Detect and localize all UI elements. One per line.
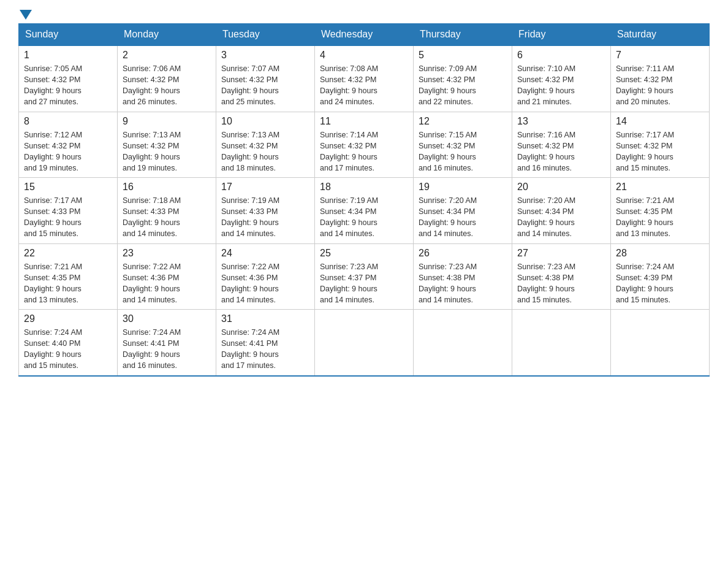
day-number: 29 [24, 313, 112, 324]
calendar-header-friday: Friday [512, 24, 611, 46]
day-info: Sunrise: 7:24 AMSunset: 4:40 PMDaylight:… [24, 327, 112, 372]
calendar-header-row: SundayMondayTuesdayWednesdayThursdayFrid… [19, 24, 710, 46]
day-number: 23 [123, 248, 211, 259]
day-info: Sunrise: 7:08 AMSunset: 4:32 PMDaylight:… [320, 63, 408, 108]
day-info: Sunrise: 7:23 AMSunset: 4:38 PMDaylight:… [419, 261, 507, 306]
day-info: Sunrise: 7:09 AMSunset: 4:32 PMDaylight:… [419, 63, 507, 108]
day-number: 3 [221, 50, 309, 61]
day-info: Sunrise: 7:18 AMSunset: 4:33 PMDaylight:… [123, 195, 211, 240]
day-number: 2 [123, 50, 211, 61]
day-info: Sunrise: 7:15 AMSunset: 4:32 PMDaylight:… [419, 129, 507, 174]
calendar-cell [611, 310, 710, 376]
day-info: Sunrise: 7:22 AMSunset: 4:36 PMDaylight:… [123, 261, 211, 306]
calendar-cell: 20Sunrise: 7:20 AMSunset: 4:34 PMDayligh… [512, 178, 611, 244]
calendar-cell: 13Sunrise: 7:16 AMSunset: 4:32 PMDayligh… [512, 112, 611, 178]
day-info: Sunrise: 7:12 AMSunset: 4:32 PMDaylight:… [24, 129, 112, 174]
day-info: Sunrise: 7:23 AMSunset: 4:37 PMDaylight:… [320, 261, 408, 306]
day-number: 13 [517, 116, 605, 127]
day-info: Sunrise: 7:20 AMSunset: 4:34 PMDaylight:… [517, 195, 605, 240]
calendar-cell: 17Sunrise: 7:19 AMSunset: 4:33 PMDayligh… [216, 178, 315, 244]
calendar-cell: 28Sunrise: 7:24 AMSunset: 4:39 PMDayligh… [611, 243, 710, 310]
calendar-cell [414, 310, 512, 376]
calendar-header-saturday: Saturday [611, 24, 710, 46]
day-info: Sunrise: 7:14 AMSunset: 4:32 PMDaylight:… [320, 129, 408, 174]
logo-triangle-icon [20, 10, 32, 20]
calendar-cell: 5Sunrise: 7:09 AMSunset: 4:32 PMDaylight… [414, 45, 512, 112]
day-info: Sunrise: 7:16 AMSunset: 4:32 PMDaylight:… [517, 129, 605, 174]
day-number: 22 [24, 248, 112, 259]
calendar-cell: 16Sunrise: 7:18 AMSunset: 4:33 PMDayligh… [118, 178, 216, 244]
day-number: 24 [221, 248, 309, 259]
day-number: 16 [123, 182, 211, 193]
calendar-cell: 27Sunrise: 7:23 AMSunset: 4:38 PMDayligh… [512, 243, 611, 310]
calendar-week-row: 29Sunrise: 7:24 AMSunset: 4:40 PMDayligh… [19, 310, 710, 376]
calendar-cell: 11Sunrise: 7:14 AMSunset: 4:32 PMDayligh… [315, 112, 414, 178]
calendar-header-thursday: Thursday [414, 24, 512, 46]
day-info: Sunrise: 7:10 AMSunset: 4:32 PMDaylight:… [517, 63, 605, 108]
day-number: 25 [320, 248, 408, 259]
day-info: Sunrise: 7:06 AMSunset: 4:32 PMDaylight:… [123, 63, 211, 108]
calendar-cell: 29Sunrise: 7:24 AMSunset: 4:40 PMDayligh… [19, 310, 118, 376]
calendar-week-row: 1Sunrise: 7:05 AMSunset: 4:32 PMDaylight… [19, 45, 710, 112]
calendar-week-row: 8Sunrise: 7:12 AMSunset: 4:32 PMDaylight… [19, 112, 710, 178]
day-info: Sunrise: 7:05 AMSunset: 4:32 PMDaylight:… [24, 63, 112, 108]
calendar-cell [315, 310, 414, 376]
day-number: 14 [616, 116, 704, 127]
calendar-week-row: 22Sunrise: 7:21 AMSunset: 4:35 PMDayligh… [19, 243, 710, 310]
day-info: Sunrise: 7:11 AMSunset: 4:32 PMDaylight:… [616, 63, 704, 108]
day-number: 4 [320, 50, 408, 61]
calendar-cell: 26Sunrise: 7:23 AMSunset: 4:38 PMDayligh… [414, 243, 512, 310]
day-number: 31 [221, 313, 309, 324]
day-info: Sunrise: 7:17 AMSunset: 4:32 PMDaylight:… [616, 129, 704, 174]
calendar-cell: 30Sunrise: 7:24 AMSunset: 4:41 PMDayligh… [118, 310, 216, 376]
calendar-cell: 8Sunrise: 7:12 AMSunset: 4:32 PMDaylight… [19, 112, 118, 178]
day-number: 26 [419, 248, 507, 259]
day-number: 6 [517, 50, 605, 61]
day-number: 28 [616, 248, 704, 259]
day-number: 1 [24, 50, 112, 61]
calendar-cell: 21Sunrise: 7:21 AMSunset: 4:35 PMDayligh… [611, 178, 710, 244]
calendar-cell: 12Sunrise: 7:15 AMSunset: 4:32 PMDayligh… [414, 112, 512, 178]
day-number: 21 [616, 182, 704, 193]
calendar-cell: 14Sunrise: 7:17 AMSunset: 4:32 PMDayligh… [611, 112, 710, 178]
calendar-cell: 18Sunrise: 7:19 AMSunset: 4:34 PMDayligh… [315, 178, 414, 244]
calendar-cell: 3Sunrise: 7:07 AMSunset: 4:32 PMDaylight… [216, 45, 315, 112]
day-info: Sunrise: 7:22 AMSunset: 4:36 PMDaylight:… [221, 261, 309, 306]
day-number: 17 [221, 182, 309, 193]
calendar-cell: 22Sunrise: 7:21 AMSunset: 4:35 PMDayligh… [19, 243, 118, 310]
day-info: Sunrise: 7:24 AMSunset: 4:41 PMDaylight:… [123, 327, 211, 372]
calendar-cell: 4Sunrise: 7:08 AMSunset: 4:32 PMDaylight… [315, 45, 414, 112]
calendar-header-tuesday: Tuesday [216, 24, 315, 46]
calendar-cell: 15Sunrise: 7:17 AMSunset: 4:33 PMDayligh… [19, 178, 118, 244]
calendar-cell: 19Sunrise: 7:20 AMSunset: 4:34 PMDayligh… [414, 178, 512, 244]
calendar-cell: 31Sunrise: 7:24 AMSunset: 4:41 PMDayligh… [216, 310, 315, 376]
day-info: Sunrise: 7:17 AMSunset: 4:33 PMDaylight:… [24, 195, 112, 240]
day-info: Sunrise: 7:19 AMSunset: 4:33 PMDaylight:… [221, 195, 309, 240]
day-number: 12 [419, 116, 507, 127]
day-number: 27 [517, 248, 605, 259]
day-number: 5 [419, 50, 507, 61]
day-number: 18 [320, 182, 408, 193]
calendar-header-wednesday: Wednesday [315, 24, 414, 46]
calendar-cell: 25Sunrise: 7:23 AMSunset: 4:37 PMDayligh… [315, 243, 414, 310]
day-info: Sunrise: 7:20 AMSunset: 4:34 PMDaylight:… [419, 195, 507, 240]
calendar-cell: 6Sunrise: 7:10 AMSunset: 4:32 PMDaylight… [512, 45, 611, 112]
day-info: Sunrise: 7:07 AMSunset: 4:32 PMDaylight:… [221, 63, 309, 108]
calendar-cell [512, 310, 611, 376]
calendar-cell: 24Sunrise: 7:22 AMSunset: 4:36 PMDayligh… [216, 243, 315, 310]
calendar-header-sunday: Sunday [19, 24, 118, 46]
day-number: 19 [419, 182, 507, 193]
day-info: Sunrise: 7:24 AMSunset: 4:39 PMDaylight:… [616, 261, 704, 306]
day-info: Sunrise: 7:23 AMSunset: 4:38 PMDaylight:… [517, 261, 605, 306]
day-info: Sunrise: 7:13 AMSunset: 4:32 PMDaylight:… [123, 129, 211, 174]
calendar-week-row: 15Sunrise: 7:17 AMSunset: 4:33 PMDayligh… [19, 178, 710, 244]
day-number: 30 [123, 313, 211, 324]
day-number: 8 [24, 116, 112, 127]
day-info: Sunrise: 7:13 AMSunset: 4:32 PMDaylight:… [221, 129, 309, 174]
day-info: Sunrise: 7:24 AMSunset: 4:41 PMDaylight:… [221, 327, 309, 372]
calendar-cell: 2Sunrise: 7:06 AMSunset: 4:32 PMDaylight… [118, 45, 216, 112]
day-info: Sunrise: 7:19 AMSunset: 4:34 PMDaylight:… [320, 195, 408, 240]
page-header [18, 12, 710, 17]
day-number: 11 [320, 116, 408, 127]
day-number: 10 [221, 116, 309, 127]
